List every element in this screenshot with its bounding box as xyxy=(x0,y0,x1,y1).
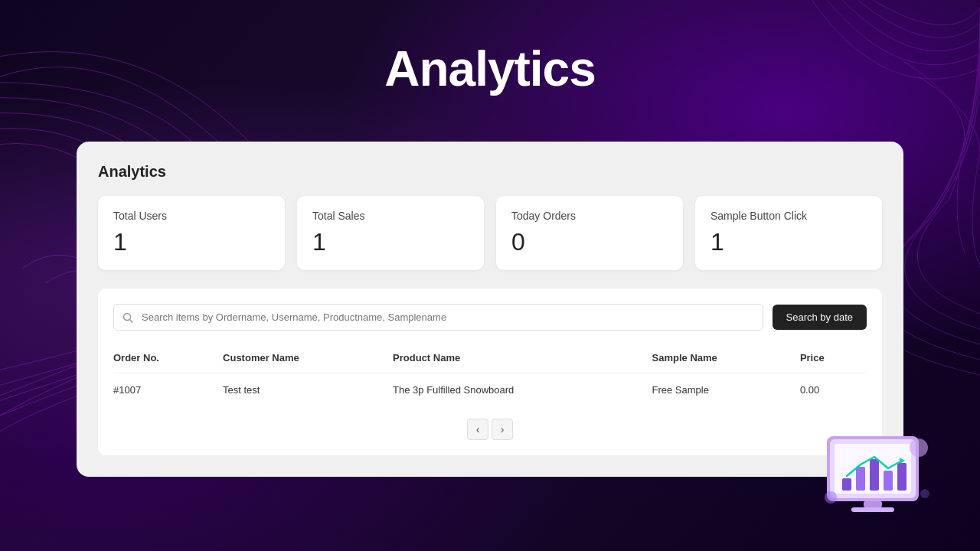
svg-rect-12 xyxy=(851,507,894,512)
svg-rect-7 xyxy=(870,459,879,491)
search-by-date-button[interactable]: Search by date xyxy=(773,305,867,330)
svg-rect-6 xyxy=(856,467,865,491)
page-title: Analytics xyxy=(384,41,596,97)
cell-product-name: The 3p Fulfilled Snowboard xyxy=(393,373,652,407)
stats-row: Total Users 1 Total Sales 1 Today Orders… xyxy=(98,196,882,270)
table-container: Search by date Order No. Customer Name P… xyxy=(98,289,882,455)
svg-rect-11 xyxy=(864,501,882,507)
svg-line-1 xyxy=(130,319,133,322)
svg-point-15 xyxy=(920,489,929,498)
main-card: Analytics Total Users 1 Total Sales 1 To… xyxy=(77,142,903,477)
stat-value-total-users: 1 xyxy=(113,228,270,256)
pagination: ‹ › xyxy=(113,419,867,440)
svg-rect-8 xyxy=(884,471,893,491)
cell-price: 0.00 xyxy=(800,373,867,407)
orders-table: Order No. Customer Name Product Name Sam… xyxy=(113,346,867,406)
table-row: #1007 Test test The 3p Fulfilled Snowboa… xyxy=(113,373,867,407)
col-header-customer-name: Customer Name xyxy=(223,346,393,373)
pagination-prev[interactable]: ‹ xyxy=(467,419,488,440)
stat-label-today-orders: Today Orders xyxy=(511,210,668,222)
search-icon xyxy=(122,312,133,323)
svg-point-14 xyxy=(825,491,837,504)
col-header-price: Price xyxy=(800,346,867,373)
stat-label-total-sales: Total Sales xyxy=(312,210,469,222)
col-header-order-no: Order No. xyxy=(113,346,223,373)
stat-value-sample-button-click: 1 xyxy=(710,228,867,256)
cell-customer-name: Test test xyxy=(223,373,393,407)
stat-label-sample-button-click: Sample Button Click xyxy=(710,210,867,222)
analytics-illustration xyxy=(812,421,934,528)
stat-card-sample-button-click: Sample Button Click 1 xyxy=(695,196,882,270)
stat-label-total-users: Total Users xyxy=(113,210,270,222)
svg-rect-9 xyxy=(897,463,906,491)
page-title-area: Analytics xyxy=(0,0,980,138)
search-row: Search by date xyxy=(113,304,867,331)
col-header-sample-name: Sample Name xyxy=(652,346,800,373)
stat-card-total-users: Total Users 1 xyxy=(98,196,285,270)
stat-card-total-sales: Total Sales 1 xyxy=(297,196,484,270)
pagination-next[interactable]: › xyxy=(492,419,513,440)
search-wrapper xyxy=(113,304,763,331)
svg-rect-5 xyxy=(842,478,851,491)
section-heading: Analytics xyxy=(98,163,882,181)
stat-value-today-orders: 0 xyxy=(511,228,668,256)
cell-sample-name: Free Sample xyxy=(652,373,800,407)
cell-order-no: #1007 xyxy=(113,373,223,407)
stat-card-today-orders: Today Orders 0 xyxy=(496,196,683,270)
stat-value-total-sales: 1 xyxy=(312,228,469,256)
col-header-product-name: Product Name xyxy=(393,346,652,373)
svg-point-13 xyxy=(910,439,928,457)
search-input[interactable] xyxy=(113,304,763,331)
